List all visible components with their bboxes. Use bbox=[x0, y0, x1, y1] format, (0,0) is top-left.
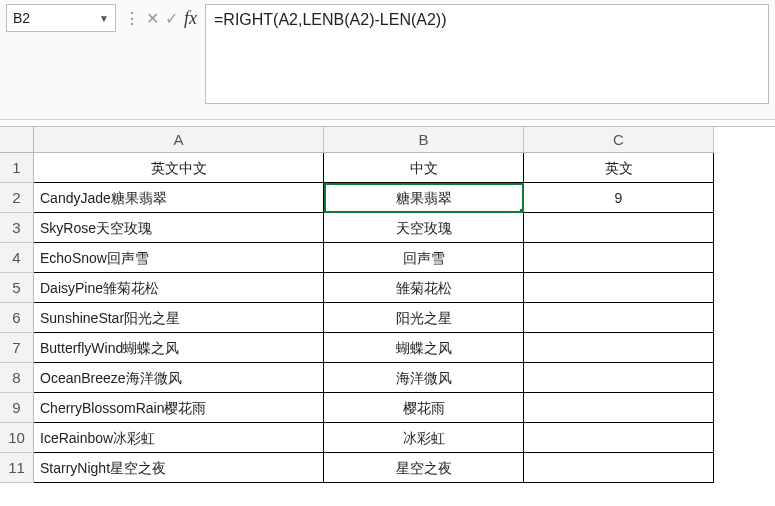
cell-C1[interactable]: 英文 bbox=[524, 153, 714, 183]
row-header[interactable]: 9 bbox=[0, 393, 34, 423]
row-header[interactable]: 6 bbox=[0, 303, 34, 333]
formula-bar-area: B2 ▼ ⋮ ✕ ✓ fx =RIGHT(A2,LENB(A2)-LEN(A2)… bbox=[0, 0, 775, 120]
select-all-corner[interactable] bbox=[0, 127, 34, 153]
cell-B10[interactable]: 冰彩虹 bbox=[324, 423, 524, 453]
cell-C5[interactable] bbox=[524, 273, 714, 303]
fx-icon[interactable]: fx bbox=[184, 8, 197, 29]
row-header[interactable]: 5 bbox=[0, 273, 34, 303]
cell-A8[interactable]: OceanBreeze海洋微风 bbox=[34, 363, 324, 393]
row-header[interactable]: 11 bbox=[0, 453, 34, 483]
cell-A6[interactable]: SunshineStar阳光之星 bbox=[34, 303, 324, 333]
row-header[interactable]: 1 bbox=[0, 153, 34, 183]
cell-A5[interactable]: DaisyPine雏菊花松 bbox=[34, 273, 324, 303]
cell-C10[interactable] bbox=[524, 423, 714, 453]
row-header[interactable]: 2 bbox=[0, 183, 34, 213]
cell-B1[interactable]: 中文 bbox=[324, 153, 524, 183]
col-header-B[interactable]: B bbox=[324, 127, 524, 153]
formula-bar-buttons: ⋮ ✕ ✓ fx bbox=[124, 4, 197, 32]
cell-C8[interactable] bbox=[524, 363, 714, 393]
cell-A1[interactable]: 英文中文 bbox=[34, 153, 324, 183]
name-box-value: B2 bbox=[13, 10, 30, 26]
row-header[interactable]: 4 bbox=[0, 243, 34, 273]
cell-C9[interactable] bbox=[524, 393, 714, 423]
cell-A7[interactable]: ButterflyWind蝴蝶之风 bbox=[34, 333, 324, 363]
row-header[interactable]: 10 bbox=[0, 423, 34, 453]
col-header-A[interactable]: A bbox=[34, 127, 324, 153]
cell-B9[interactable]: 樱花雨 bbox=[324, 393, 524, 423]
cancel-icon[interactable]: ✕ bbox=[146, 9, 159, 28]
row-header[interactable]: 8 bbox=[0, 363, 34, 393]
cell-B11[interactable]: 星空之夜 bbox=[324, 453, 524, 483]
cell-C6[interactable] bbox=[524, 303, 714, 333]
cell-C2[interactable]: 9 bbox=[524, 183, 714, 213]
cell-C11[interactable] bbox=[524, 453, 714, 483]
row-header[interactable]: 3 bbox=[0, 213, 34, 243]
col-header-C[interactable]: C bbox=[524, 127, 714, 153]
cell-A11[interactable]: StarryNight星空之夜 bbox=[34, 453, 324, 483]
row-header[interactable]: 7 bbox=[0, 333, 34, 363]
cell-B6[interactable]: 阳光之星 bbox=[324, 303, 524, 333]
chevron-down-icon[interactable]: ▼ bbox=[99, 13, 109, 24]
formula-text: =RIGHT(A2,LENB(A2)-LEN(A2)) bbox=[214, 11, 447, 28]
vertical-dots-icon: ⋮ bbox=[124, 9, 140, 28]
name-box[interactable]: B2 ▼ bbox=[6, 4, 116, 32]
cell-A9[interactable]: CherryBlossomRain樱花雨 bbox=[34, 393, 324, 423]
cell-B7[interactable]: 蝴蝶之风 bbox=[324, 333, 524, 363]
formula-input[interactable]: =RIGHT(A2,LENB(A2)-LEN(A2)) bbox=[205, 4, 769, 104]
cell-A2[interactable]: CandyJade糖果翡翠 bbox=[34, 183, 324, 213]
cell-B5[interactable]: 雏菊花松 bbox=[324, 273, 524, 303]
cell-C3[interactable] bbox=[524, 213, 714, 243]
cell-B8[interactable]: 海洋微风 bbox=[324, 363, 524, 393]
cell-A4[interactable]: EchoSnow回声雪 bbox=[34, 243, 324, 273]
cell-B2[interactable]: 糖果翡翠 bbox=[324, 183, 524, 213]
cell-B3[interactable]: 天空玫瑰 bbox=[324, 213, 524, 243]
cell-A3[interactable]: SkyRose天空玫瑰 bbox=[34, 213, 324, 243]
cell-C4[interactable] bbox=[524, 243, 714, 273]
enter-icon[interactable]: ✓ bbox=[165, 9, 178, 28]
cell-B4[interactable]: 回声雪 bbox=[324, 243, 524, 273]
spreadsheet-grid[interactable]: A B C 1 英文中文 中文 英文 2 CandyJade糖果翡翠 糖果翡翠 … bbox=[0, 126, 775, 483]
cell-C7[interactable] bbox=[524, 333, 714, 363]
cell-A10[interactable]: IceRainbow冰彩虹 bbox=[34, 423, 324, 453]
